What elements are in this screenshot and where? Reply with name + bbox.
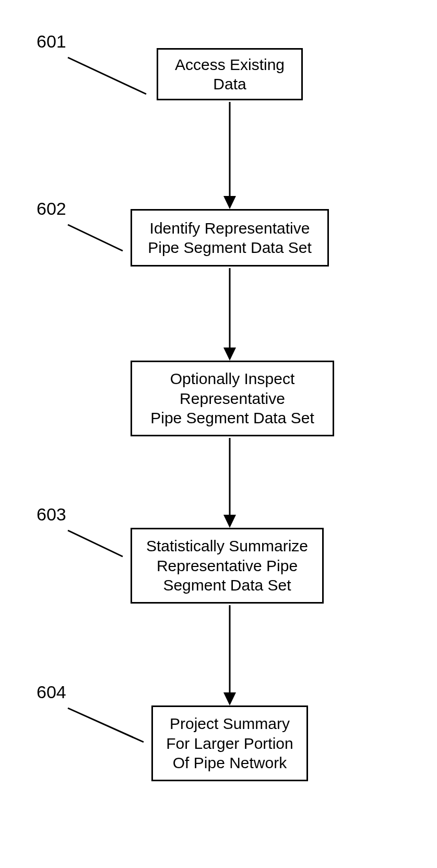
svg-marker-7 (223, 348, 236, 361)
svg-marker-9 (223, 515, 236, 528)
svg-marker-11 (223, 692, 236, 705)
svg-marker-5 (223, 196, 236, 209)
flowchart-canvas: 601 602 603 604 Access Existing Data Ide… (0, 0, 437, 868)
flow-arrows (0, 0, 437, 868)
